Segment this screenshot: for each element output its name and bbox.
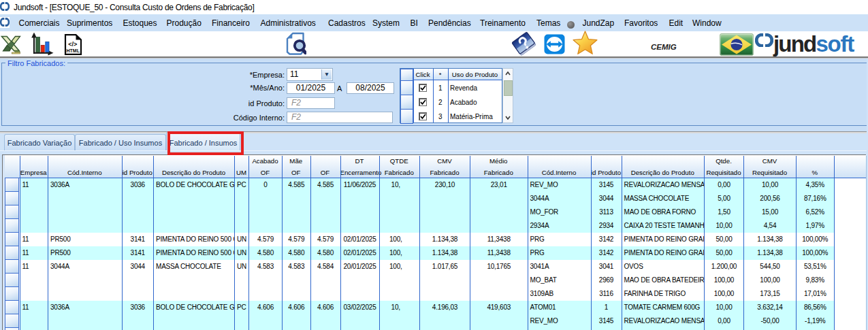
svg-text:HTML: HTML	[66, 48, 80, 53]
svg-text:</>: </>	[68, 41, 77, 48]
